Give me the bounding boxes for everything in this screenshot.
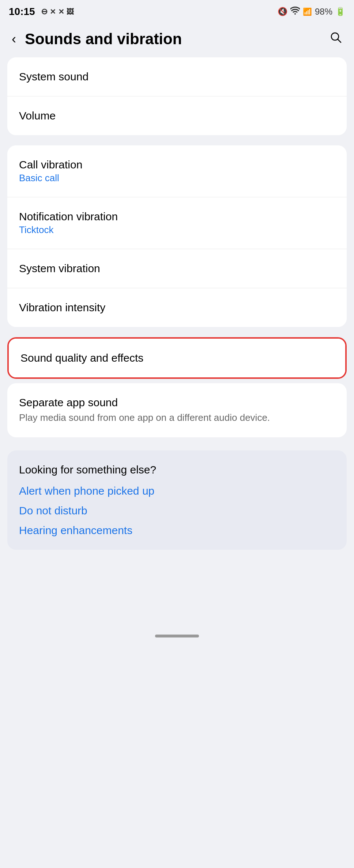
status-bar: 10:15 ⊖ ✕ ✕ 🖼 🔇 📶 98% 🔋 bbox=[0, 0, 354, 22]
wifi-icon bbox=[290, 7, 300, 17]
hearing-enhancements-link[interactable]: Hearing enhancements bbox=[19, 524, 335, 537]
volume-item[interactable]: Volume bbox=[7, 96, 347, 135]
page-title: Sounds and vibration bbox=[25, 30, 326, 48]
status-right-icons: 🔇 📶 98% 🔋 bbox=[278, 7, 345, 17]
notification-vibration-label: Notification vibration bbox=[19, 210, 118, 223]
call-vibration-subtitle: Basic call bbox=[19, 172, 82, 184]
section-sound-volume: System sound Volume bbox=[7, 57, 347, 135]
close-icon-2: ✕ bbox=[58, 7, 64, 16]
call-vibration-label: Call vibration bbox=[19, 159, 82, 171]
system-vibration-label: System vibration bbox=[19, 262, 100, 275]
system-vibration-item[interactable]: System vibration bbox=[7, 249, 347, 288]
separate-app-sound-label: Separate app sound bbox=[19, 396, 270, 409]
bottom-handle-area bbox=[0, 627, 354, 648]
separate-app-sound-item[interactable]: Separate app sound Play media sound from… bbox=[7, 383, 347, 437]
signal-icon: 📶 bbox=[303, 7, 312, 16]
looking-for-title: Looking for something else? bbox=[19, 464, 335, 476]
battery-percentage: 98% bbox=[315, 7, 332, 17]
search-button[interactable] bbox=[326, 28, 345, 50]
image-icon: 🖼 bbox=[67, 8, 74, 16]
status-time: 10:15 bbox=[9, 6, 35, 18]
do-not-disturb-link[interactable]: Do not disturb bbox=[19, 505, 335, 517]
vibration-intensity-label: Vibration intensity bbox=[19, 301, 105, 314]
battery-icon: 🔋 bbox=[335, 7, 345, 16]
back-button[interactable]: ‹ bbox=[9, 28, 19, 50]
status-time-area: 10:15 ⊖ ✕ ✕ 🖼 bbox=[9, 6, 74, 18]
notification-vibration-subtitle: Ticktock bbox=[19, 224, 118, 236]
close-icon-1: ✕ bbox=[50, 7, 56, 16]
system-sound-label: System sound bbox=[19, 71, 88, 83]
separate-app-sound-subtitle: Play media sound from one app on a diffe… bbox=[19, 411, 270, 424]
system-sound-item[interactable]: System sound bbox=[7, 57, 347, 96]
section-vibration: Call vibration Basic call Notification v… bbox=[7, 145, 347, 327]
section-separate-sound: Separate app sound Play media sound from… bbox=[7, 383, 347, 437]
looking-for-section: Looking for something else? Alert when p… bbox=[7, 450, 347, 550]
sound-quality-label: Sound quality and effects bbox=[20, 352, 143, 364]
volume-label: Volume bbox=[19, 110, 56, 122]
home-indicator bbox=[155, 635, 199, 637]
page-header: ‹ Sounds and vibration bbox=[0, 22, 354, 57]
call-vibration-item[interactable]: Call vibration Basic call bbox=[7, 145, 347, 197]
notification-vibration-item[interactable]: Notification vibration Ticktock bbox=[7, 197, 347, 249]
mute-icon: 🔇 bbox=[278, 7, 287, 16]
svg-line-1 bbox=[338, 39, 341, 43]
status-left-icons: ⊖ ✕ ✕ 🖼 bbox=[41, 7, 74, 16]
alert-phone-link[interactable]: Alert when phone picked up bbox=[19, 485, 335, 497]
sound-quality-item[interactable]: Sound quality and effects bbox=[9, 339, 345, 377]
vibration-intensity-item[interactable]: Vibration intensity bbox=[7, 288, 347, 327]
section-sound-quality: Sound quality and effects bbox=[7, 337, 347, 379]
dnd-icon: ⊖ bbox=[41, 7, 48, 16]
